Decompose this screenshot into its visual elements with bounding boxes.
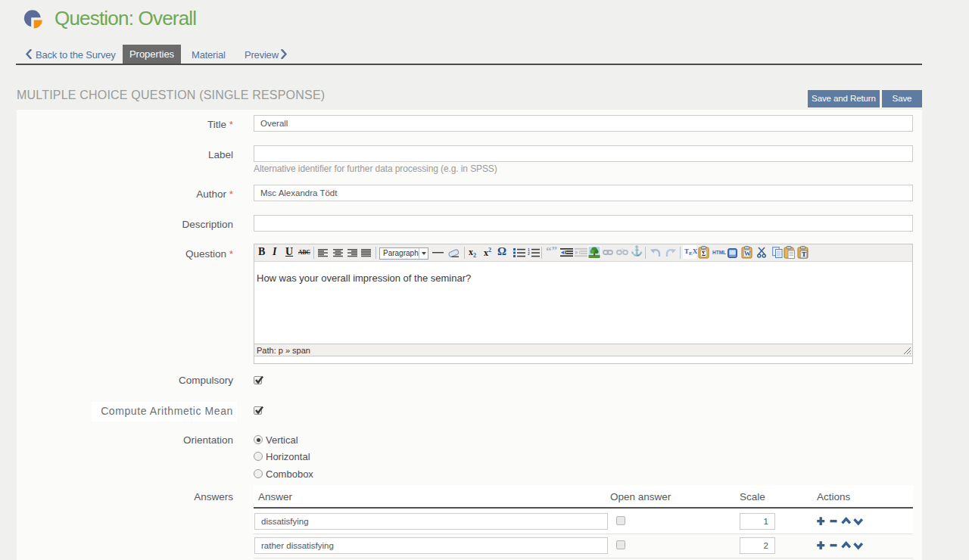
svg-text:W: W xyxy=(744,250,751,257)
svg-text:Σ: Σ xyxy=(702,250,706,257)
svg-text:T: T xyxy=(802,250,806,258)
svg-text:2: 2 xyxy=(528,251,530,256)
